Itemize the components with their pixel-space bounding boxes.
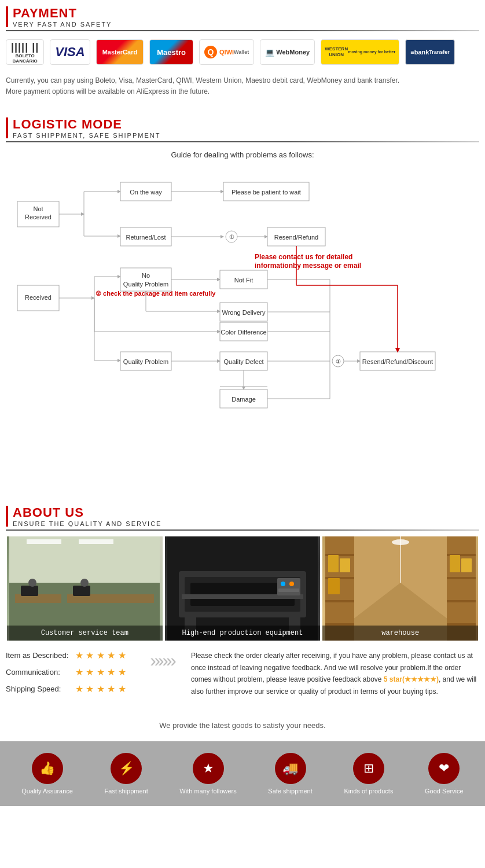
payment-section: PAYMENT VERY FAST AND SAFETY ||||| || BO… xyxy=(0,0,485,105)
qiwi-logo: QQIWIWallet xyxy=(199,39,254,65)
svg-text:Wrong Delivery: Wrong Delivery xyxy=(222,309,266,316)
rating-row-item: Item as Described: ★ ★ ★ ★ ★ xyxy=(6,650,133,661)
ship-label: Fast shippment xyxy=(105,788,148,795)
svg-rect-78 xyxy=(73,586,90,596)
office-photo: Customer service team xyxy=(7,536,163,641)
ship-icon: ⚡ xyxy=(111,753,142,784)
payment-subtitle: VERY FAST AND SAFETY xyxy=(13,21,112,28)
western-union-logo: WESTERNUNIONmoving money for better xyxy=(321,39,399,65)
machine-photo: High-end production equipment xyxy=(165,536,321,641)
svg-text:Returned/Lost: Returned/Lost xyxy=(126,234,166,241)
footer-icon-service: ❤ Good Service xyxy=(425,753,464,795)
office-label: Customer service team xyxy=(7,626,163,641)
payment-title: PAYMENT xyxy=(13,6,112,21)
ratings-description: Please check the order clearly after rec… xyxy=(191,650,479,697)
arrows-middle: »»» xyxy=(145,650,179,671)
maestro-logo: Maestro xyxy=(149,39,193,65)
payment-note-line2: More payment options will be available o… xyxy=(6,86,479,97)
svg-rect-101 xyxy=(328,578,340,594)
rating-stars-comm: ★ ★ ★ ★ ★ xyxy=(75,667,126,678)
office-svg xyxy=(9,536,160,641)
logistic-subtitle: FAST SHIPPMENT, SAFE SHIPPMENT xyxy=(13,132,160,139)
quality-icon: 👍 xyxy=(32,753,63,784)
logistic-header: LOGISTIC MODE FAST SHIPPMENT, SAFE SHIPP… xyxy=(0,111,485,141)
svg-text:Not Fit: Not Fit xyxy=(234,277,253,284)
quality-label: Quality Assurance xyxy=(21,788,73,795)
logistic-header-bar xyxy=(6,117,8,138)
rating-stars-ship: ★ ★ ★ ★ ★ xyxy=(75,683,126,694)
svg-text:informationby message or email: informationby message or email xyxy=(255,262,361,270)
webmoney-logo: 💻 WebMoney xyxy=(260,39,315,65)
logistic-section: LOGISTIC MODE FAST SHIPPMENT, SAFE SHIPP… xyxy=(0,111,485,482)
safe-label: Safe shippment xyxy=(268,788,312,795)
rating-row-ship: Shipping Speed: ★ ★ ★ ★ ★ xyxy=(6,683,133,694)
svg-rect-39 xyxy=(220,322,267,341)
rating-stars-item: ★ ★ ★ ★ ★ xyxy=(75,650,126,661)
bank-transfer-logo: ≡bankTransfer xyxy=(405,39,455,65)
svg-rect-73 xyxy=(79,539,113,544)
svg-point-16 xyxy=(226,231,237,242)
svg-rect-76 xyxy=(113,594,154,603)
boleto-logo: ||||| || BOLETOBANCÁRIO xyxy=(6,39,44,65)
header-bar xyxy=(6,6,8,27)
svg-rect-27 xyxy=(120,268,171,291)
about-photos: Customer service team xyxy=(0,531,485,641)
payment-note: Currently, you can pay using Boleto, Vis… xyxy=(0,73,485,105)
about-section: ABOUT US ENSURE THE QUALITY AND SERVICE xyxy=(0,499,485,709)
svg-rect-31 xyxy=(220,270,267,289)
svg-rect-88 xyxy=(277,578,300,595)
rating-label-item: Item as Described: xyxy=(6,651,75,660)
footer-icon-followers: ★ With many followers xyxy=(179,753,236,795)
kinds-icon: ⊞ xyxy=(353,753,384,784)
footer-icon-quality: 👍 Quality Assurance xyxy=(21,753,73,795)
svg-text:Please contact us for detailed: Please contact us for detailed xyxy=(255,253,352,261)
followers-icon: ★ xyxy=(193,753,224,784)
footer-icon-safe: 🚚 Safe shippment xyxy=(268,753,312,795)
warehouse-label: warehouse xyxy=(322,626,478,641)
warehouse-photo: warehouse xyxy=(322,536,478,641)
mastercard-logo: MasterCard xyxy=(96,39,144,65)
service-icon: ❤ xyxy=(428,753,460,784)
bottom-note: We provide the latest goods to satisfy y… xyxy=(0,709,485,741)
svg-text:No: No xyxy=(142,272,150,279)
rating-row-comm: Communication: ★ ★ ★ ★ ★ xyxy=(6,667,133,678)
footer-icon-ship: ⚡ Fast shippment xyxy=(105,753,148,795)
svg-rect-108 xyxy=(461,558,472,572)
double-arrow-icon: »»» xyxy=(150,650,174,671)
svg-text:Received: Received xyxy=(25,294,52,301)
svg-rect-35 xyxy=(220,303,267,321)
about-title: ABOUT US xyxy=(13,505,161,520)
svg-text:Quality Problem: Quality Problem xyxy=(123,281,168,288)
svg-text:On the way: On the way xyxy=(130,189,162,196)
svg-point-80 xyxy=(80,579,89,587)
svg-text:Quality Problem: Quality Problem xyxy=(123,358,168,365)
service-label: Good Service xyxy=(425,788,464,795)
svg-text:Color Difference: Color Difference xyxy=(221,329,266,336)
svg-rect-62 xyxy=(360,352,435,370)
svg-rect-43 xyxy=(120,352,171,370)
machine-label: High-end production equipment xyxy=(165,626,321,641)
footer-icon-kinds: ⊞ Kinds of products xyxy=(344,753,393,795)
svg-point-89 xyxy=(281,582,285,586)
ratings-section: Item as Described: ★ ★ ★ ★ ★ Communicati… xyxy=(0,641,485,709)
flowchart-svg: Not Received On the way Please be patien… xyxy=(6,170,479,482)
kinds-label: Kinds of products xyxy=(344,788,393,795)
footer-icons: 👍 Quality Assurance ⚡ Fast shippment ★ W… xyxy=(0,741,485,806)
svg-rect-51 xyxy=(220,389,267,408)
svg-text:Quality Defect: Quality Defect xyxy=(223,358,263,365)
svg-text:Resend/Refund/Discount: Resend/Refund/Discount xyxy=(362,358,433,365)
svg-text:Resend/Refund: Resend/Refund xyxy=(274,234,318,241)
bottom-note-text: We provide the latest goods to satisfy y… xyxy=(12,721,473,730)
svg-rect-6 xyxy=(120,182,171,201)
svg-rect-9 xyxy=(223,182,309,201)
svg-text:①: ① xyxy=(336,358,341,365)
svg-text:①: ① xyxy=(229,234,234,240)
guide-title: Guide for dealing with problems as follo… xyxy=(0,142,485,170)
svg-text:Damage: Damage xyxy=(232,396,256,403)
visa-logo: VISA xyxy=(50,39,90,65)
logistic-title: LOGISTIC MODE xyxy=(13,117,160,132)
flowchart: Not Received On the way Please be patien… xyxy=(6,170,479,482)
svg-text:② check the package and item c: ② check the package and item carefully xyxy=(95,290,216,297)
svg-rect-100 xyxy=(340,558,350,572)
svg-point-79 xyxy=(28,579,36,587)
